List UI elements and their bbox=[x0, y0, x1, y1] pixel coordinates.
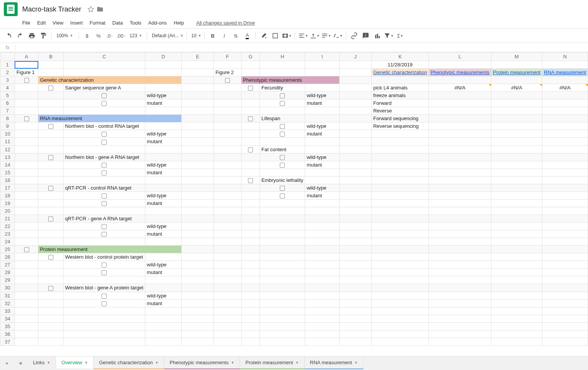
row-header-36[interactable]: 36 bbox=[0, 330, 15, 338]
cell-A18[interactable] bbox=[15, 192, 38, 199]
cell-H9[interactable] bbox=[260, 122, 305, 130]
currency-button[interactable]: $ bbox=[82, 31, 92, 41]
row-header-7[interactable]: 7 bbox=[0, 107, 15, 115]
cell-C26[interactable]: Western blot - control protein target bbox=[63, 253, 145, 261]
cell-J12[interactable] bbox=[339, 145, 371, 153]
cell-M27[interactable] bbox=[491, 261, 542, 269]
row-header-5[interactable]: 5 bbox=[0, 92, 15, 99]
cell-N2[interactable]: RNA measurement bbox=[542, 69, 588, 76]
cell-A30[interactable] bbox=[15, 284, 38, 292]
col-header-L[interactable]: L bbox=[429, 53, 491, 61]
cell-D5[interactable]: wild-type bbox=[145, 92, 182, 99]
cell-J1[interactable] bbox=[339, 61, 371, 69]
row-header-19[interactable]: 19 bbox=[0, 199, 15, 207]
cell-E4[interactable] bbox=[181, 84, 214, 92]
cell-A13[interactable] bbox=[15, 153, 38, 161]
cell-H16[interactable]: Embryonic lethality bbox=[260, 176, 305, 184]
cell-E22[interactable] bbox=[181, 223, 214, 230]
cell-K22[interactable] bbox=[371, 223, 429, 230]
cell-K3[interactable] bbox=[371, 76, 429, 84]
cell-J23[interactable] bbox=[339, 230, 371, 238]
cell-E12[interactable] bbox=[181, 145, 214, 153]
cell-D6[interactable]: mutant bbox=[145, 99, 182, 107]
cell-A21[interactable] bbox=[15, 215, 38, 223]
cell-I4[interactable] bbox=[305, 84, 340, 92]
cell-L14[interactable] bbox=[429, 161, 491, 168]
cell-M10[interactable] bbox=[491, 130, 542, 138]
cell-F33[interactable] bbox=[214, 307, 241, 315]
checkbox[interactable] bbox=[102, 263, 107, 268]
cell-N37[interactable] bbox=[542, 338, 588, 345]
cell-I23[interactable] bbox=[305, 230, 340, 238]
checkbox[interactable] bbox=[102, 301, 107, 306]
cell-F24[interactable] bbox=[214, 238, 241, 246]
cell-B1[interactable] bbox=[38, 61, 64, 69]
fill-color-button[interactable] bbox=[259, 31, 269, 41]
cell-J11[interactable] bbox=[339, 138, 371, 145]
cell-E6[interactable] bbox=[181, 99, 214, 107]
cell-E32[interactable] bbox=[181, 299, 214, 307]
cell-M20[interactable] bbox=[491, 207, 542, 215]
cell-C22[interactable] bbox=[63, 223, 145, 230]
cell-B3[interactable]: Genetic characterization bbox=[38, 76, 182, 84]
col-header-I[interactable]: I bbox=[305, 53, 340, 61]
cell-L25[interactable] bbox=[429, 246, 491, 253]
cell-M36[interactable] bbox=[491, 330, 542, 338]
cell-N26[interactable] bbox=[542, 253, 588, 261]
paint-format-button[interactable] bbox=[38, 31, 48, 41]
functions-button[interactable]: Σ▼ bbox=[395, 31, 405, 41]
checkbox[interactable] bbox=[102, 270, 107, 275]
cell-K34[interactable] bbox=[371, 315, 429, 322]
cell-I2[interactable] bbox=[305, 69, 340, 76]
cell-L15[interactable] bbox=[429, 168, 491, 176]
col-header-B[interactable]: B bbox=[38, 53, 64, 61]
select-all-corner[interactable] bbox=[0, 53, 15, 61]
cell-E35[interactable] bbox=[181, 322, 214, 330]
cell-L29[interactable] bbox=[429, 276, 491, 284]
cell-A26[interactable] bbox=[15, 253, 38, 261]
cell-N34[interactable] bbox=[542, 315, 588, 322]
row-header-20[interactable]: 20 bbox=[0, 207, 15, 215]
cell-D30[interactable] bbox=[145, 284, 182, 292]
cell-J37[interactable] bbox=[339, 338, 371, 345]
star-icon[interactable] bbox=[87, 6, 94, 13]
row-header-14[interactable]: 14 bbox=[0, 161, 15, 168]
cell-M24[interactable] bbox=[491, 238, 542, 246]
cell-C31[interactable] bbox=[63, 292, 145, 299]
cell-L1[interactable] bbox=[429, 61, 491, 69]
menu-tools[interactable]: Tools bbox=[130, 20, 141, 26]
cell-I14[interactable]: mutant bbox=[305, 161, 340, 168]
cell-H2[interactable] bbox=[260, 69, 305, 76]
dec-decimal-button[interactable]: .0← bbox=[105, 31, 115, 41]
chevron-down-icon[interactable]: ▼ bbox=[47, 361, 50, 365]
cell-E8[interactable] bbox=[181, 115, 214, 122]
cell-N11[interactable] bbox=[542, 138, 588, 145]
cell-G5[interactable] bbox=[241, 92, 260, 99]
cell-C21[interactable]: qRT-PCR - gene A RNA target bbox=[63, 215, 145, 223]
cell-A1[interactable] bbox=[15, 61, 38, 69]
cell-M5[interactable] bbox=[491, 92, 542, 99]
cell-N29[interactable] bbox=[542, 276, 588, 284]
cell-H28[interactable] bbox=[260, 269, 305, 276]
cell-G36[interactable] bbox=[241, 330, 260, 338]
cell-G16[interactable] bbox=[241, 176, 260, 184]
cell-C15[interactable] bbox=[63, 168, 145, 176]
checkbox[interactable] bbox=[48, 216, 53, 221]
percent-button[interactable]: % bbox=[94, 31, 103, 41]
cell-G26[interactable] bbox=[241, 253, 260, 261]
cell-G19[interactable] bbox=[241, 199, 260, 207]
cell-B33[interactable] bbox=[38, 307, 64, 315]
cell-K16[interactable] bbox=[371, 176, 429, 184]
cell-M15[interactable] bbox=[491, 168, 542, 176]
cell-L10[interactable] bbox=[429, 130, 491, 138]
cell-C32[interactable] bbox=[63, 299, 145, 307]
cell-A28[interactable] bbox=[15, 269, 38, 276]
checkbox[interactable] bbox=[102, 170, 107, 175]
cell-C10[interactable] bbox=[63, 130, 145, 138]
checkbox[interactable] bbox=[280, 186, 285, 191]
cell-F25[interactable] bbox=[214, 246, 241, 253]
cell-M21[interactable] bbox=[491, 215, 542, 223]
cell-M9[interactable] bbox=[491, 122, 542, 130]
row-header-17[interactable]: 17 bbox=[0, 184, 15, 192]
cell-C19[interactable] bbox=[63, 199, 145, 207]
